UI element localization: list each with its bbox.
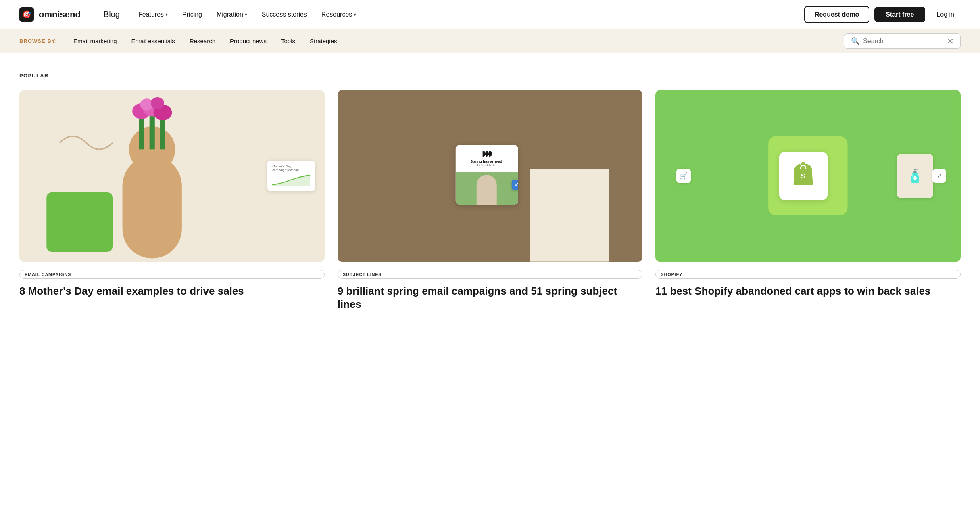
top-navigation: 🎯 omnisend Blog Features ▾ Pricing Migra… — [0, 0, 980, 29]
browse-item-research[interactable]: Research — [183, 35, 222, 47]
svg-rect-1 — [46, 192, 113, 252]
browse-item-email-marketing[interactable]: Email marketing — [67, 35, 123, 47]
chevron-down-icon: ▾ — [165, 12, 168, 17]
svg-point-11 — [151, 97, 164, 109]
start-free-button[interactable]: Start free — [874, 7, 925, 22]
logo-icon: 🎯 — [19, 7, 34, 22]
svg-text:S: S — [801, 172, 806, 180]
card-image-shopify: 🛒 S 🧴 — [655, 90, 961, 262]
chevron-down-icon: ▾ — [245, 12, 247, 17]
login-button[interactable]: Log in — [930, 7, 961, 22]
card-shopify[interactable]: 🛒 S 🧴 — [655, 90, 961, 311]
search-area: 🔍 ✕ — [844, 33, 961, 49]
browse-label: BROWSE BY: — [19, 38, 57, 44]
close-icon[interactable]: ✕ — [947, 36, 954, 46]
blog-label: Blog — [104, 10, 120, 19]
nav-item-resources[interactable]: Resources ▾ — [316, 8, 362, 21]
card-spring-email[interactable]: ◗◗◗ Spring has arrived! Let's celebrate.… — [338, 90, 643, 311]
nav-item-pricing[interactable]: Pricing — [177, 8, 208, 21]
logo-link[interactable]: 🎯 omnisend Blog — [19, 7, 120, 22]
browse-item-email-essentials[interactable]: Email essentials — [125, 35, 181, 47]
card-mothers-day[interactable]: Mother's Daycampaign revenue EMAIL CAMPA… — [19, 90, 325, 311]
browse-links: Email marketing Email essentials Researc… — [67, 35, 844, 47]
card-tag-2: SUBJECT LINES — [338, 270, 643, 279]
card-title-3: 11 best Shopify abandoned cart apps to w… — [655, 284, 961, 298]
search-icon: 🔍 — [851, 37, 860, 46]
nav-item-success-stories[interactable]: Success stories — [256, 8, 313, 21]
card-tag-3: SHOPIFY — [655, 270, 961, 279]
card-tag-1: EMAIL CAMPAIGNS — [19, 270, 325, 279]
request-demo-button[interactable]: Request demo — [804, 6, 869, 23]
logo-divider — [92, 9, 92, 20]
browse-item-strategies[interactable]: Strategies — [303, 35, 344, 47]
brand-name: omnisend — [39, 9, 81, 20]
nav-links: Features ▾ Pricing Migration ▾ Success s… — [133, 8, 804, 21]
section-label-popular: POPULAR — [19, 73, 961, 79]
chevron-down-icon: ▾ — [354, 12, 356, 17]
browse-item-product-news[interactable]: Product news — [223, 35, 273, 47]
search-input[interactable] — [863, 38, 944, 45]
cards-grid: Mother's Daycampaign revenue EMAIL CAMPA… — [19, 90, 961, 311]
nav-item-features[interactable]: Features ▾ — [133, 8, 173, 21]
card-image-mothers-day: Mother's Daycampaign revenue — [19, 90, 325, 262]
svg-rect-13 — [530, 169, 609, 261]
nav-actions: Request demo Start free Log in — [804, 6, 961, 23]
card-title-1: 8 Mother's Day email examples to drive s… — [19, 284, 325, 298]
card-title-2: 9 brilliant spring email campaigns and 5… — [338, 284, 643, 312]
browse-item-tools[interactable]: Tools — [275, 35, 302, 47]
dashboard-card-title: Mother's Daycampaign revenue — [272, 165, 310, 172]
card-image-spring-email: ◗◗◗ Spring has arrived! Let's celebrate.… — [338, 90, 643, 262]
browse-bar: BROWSE BY: Email marketing Email essenti… — [0, 29, 980, 53]
main-content: POPULAR — [0, 53, 980, 337]
nav-item-migration[interactable]: Migration ▾ — [211, 8, 253, 21]
